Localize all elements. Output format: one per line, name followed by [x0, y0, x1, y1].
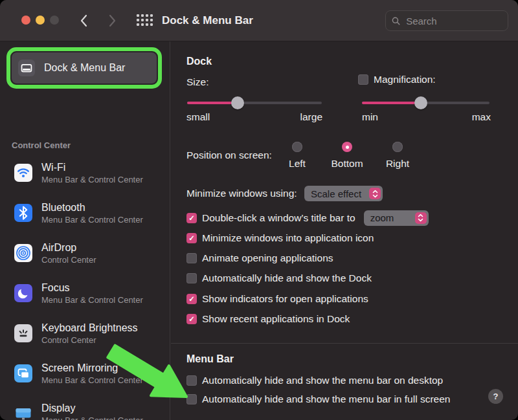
sidebar-item-screen-mirroring[interactable]: Screen MirroringMenu Bar & Control Cente…: [0, 353, 170, 393]
dock-menu-bar-preferences-window: Dock & Menu Bar Dock & Menu Bar Control …: [0, 0, 518, 420]
magnification-checkbox[interactable]: [358, 74, 368, 85]
display-icon: [14, 404, 33, 420]
size-slider[interactable]: [187, 96, 322, 109]
title-bar: Dock & Menu Bar: [0, 0, 518, 41]
sidebar-item-sublabel: Menu Bar & Control Center: [41, 415, 143, 420]
sidebar-item-sublabel: Control Center: [41, 335, 138, 345]
sidebar-item-sublabel: Menu Bar & Control Center: [41, 215, 143, 225]
position-option-bottom[interactable]: Bottom: [324, 142, 370, 170]
size-min-label: small: [186, 111, 210, 123]
sidebar-item-dock-menu-bar-selected[interactable]: Dock & Menu Bar: [12, 52, 157, 83]
show-recent-checkbox[interactable]: [186, 314, 197, 324]
sidebar-item-label: Focus: [41, 282, 143, 294]
help-button[interactable]: ?: [488, 389, 503, 404]
sidebar-item-bluetooth[interactable]: BluetoothMenu Bar & Control Center: [0, 193, 170, 233]
minimize-into-icon-row[interactable]: Minimize windows into application icon: [186, 230, 374, 246]
page-title: Dock & Menu Bar: [162, 14, 253, 27]
position-option-left[interactable]: Left: [275, 142, 320, 170]
sidebar-item-label: Screen Mirroring: [41, 362, 143, 374]
focus-icon: [14, 283, 33, 303]
back-button-icon[interactable]: [79, 14, 89, 28]
keyboard-brightness-icon: [14, 324, 33, 343]
sidebar-item-label: AirDrop: [41, 242, 96, 254]
sidebar-item-label: Display: [41, 403, 143, 414]
dock-icon: [17, 59, 36, 77]
traffic-lights: [21, 16, 59, 25]
sidebar-item-label: Wi-Fi: [41, 162, 143, 173]
sidebar-item-display[interactable]: DisplayMenu Bar & Control Center: [0, 393, 170, 420]
magnification-slider-knob[interactable]: [414, 96, 427, 109]
magnification-slider[interactable]: [362, 96, 490, 109]
search-field[interactable]: [385, 10, 508, 31]
magnification-label: Magnification:: [374, 74, 436, 85]
sidebar-item-sublabel: Menu Bar & Control Center: [41, 295, 143, 305]
animate-opening-row[interactable]: Animate opening applications: [186, 250, 333, 266]
doubleclick-action-popup[interactable]: zoom: [364, 210, 429, 226]
sidebar-item-wifi[interactable]: Wi-FiMenu Bar & Control Center: [0, 153, 170, 193]
search-input[interactable]: [405, 15, 502, 27]
sidebar-item-focus[interactable]: FocusMenu Bar & Control Center: [0, 273, 170, 313]
minimize-into-icon-checkbox[interactable]: [186, 233, 197, 243]
sidebar-item-airdrop[interactable]: AirDropControl Center: [0, 233, 170, 273]
search-icon: [392, 16, 400, 26]
sidebar-item-sublabel: Menu Bar & Control Center: [41, 175, 143, 184]
radio-bottom-selected[interactable]: [342, 142, 352, 152]
autohide-dock-checkbox[interactable]: [186, 273, 197, 283]
show-all-grid-icon[interactable]: [137, 14, 153, 26]
popup-chevrons-icon: [415, 212, 427, 224]
size-label: Size:: [186, 76, 208, 88]
bluetooth-icon: [14, 203, 33, 223]
autohide-menubar-fullscreen-row[interactable]: Automatically hide and show the menu bar…: [186, 391, 450, 407]
forward-button-icon[interactable]: [107, 14, 117, 28]
sidebar-item-sublabel: Control Center: [41, 255, 96, 265]
radio-left[interactable]: [292, 142, 302, 152]
sidebar-item-label: Dock & Menu Bar: [44, 62, 125, 74]
autohide-menubar-desktop-checkbox[interactable]: [186, 375, 197, 386]
position-label: Position on screen:: [186, 149, 272, 161]
show-indicators-row[interactable]: Show indicators for open applications: [186, 291, 368, 307]
position-option-right[interactable]: Right: [375, 142, 420, 170]
show-recent-row[interactable]: Show recent applications in Dock: [186, 311, 350, 327]
menu-bar-section-heading: Menu Bar: [186, 353, 234, 365]
autohide-dock-row[interactable]: Automatically hide and show the Dock: [186, 270, 372, 286]
doubleclick-titlebar-checkbox[interactable]: [186, 213, 197, 223]
size-slider-knob[interactable]: [231, 96, 244, 109]
dock-settings-panel: Dock Size: small large Magnification: mi…: [171, 41, 518, 420]
autohide-menubar-fullscreen-checkbox[interactable]: [186, 394, 197, 404]
animate-opening-checkbox[interactable]: [186, 253, 197, 263]
magnification-min-label: min: [362, 111, 378, 123]
sidebar-item-label: Bluetooth: [41, 202, 143, 214]
airdrop-icon: [14, 243, 33, 263]
radio-right[interactable]: [392, 142, 403, 152]
screen-mirroring-icon: [14, 364, 33, 383]
doubleclick-titlebar-row[interactable]: Double-click a window’s title bar to zoo…: [186, 210, 429, 226]
magnification-checkbox-row[interactable]: Magnification:: [358, 71, 436, 87]
sidebar-item-sublabel: Menu Bar & Control Center: [41, 375, 143, 385]
minimize-button[interactable]: [36, 16, 45, 25]
sidebar-item-label: Keyboard Brightness: [41, 322, 138, 334]
size-max-label: large: [300, 111, 322, 123]
sidebar-item-keyboard-brightness[interactable]: Keyboard BrightnessControl Center: [0, 313, 170, 353]
autohide-menubar-desktop-row[interactable]: Automatically hide and show the menu bar…: [186, 372, 443, 388]
dock-section-heading: Dock: [186, 56, 212, 67]
sidebar-section-header: Control Center: [12, 140, 71, 150]
section-divider: [171, 343, 518, 344]
close-button[interactable]: [21, 16, 30, 25]
sidebar-list: Wi-FiMenu Bar & Control Center Bluetooth…: [0, 153, 170, 420]
wifi-icon: [14, 163, 33, 182]
magnification-max-label: max: [472, 111, 491, 123]
minimize-effect-popup[interactable]: Scale effect: [304, 186, 383, 201]
popup-chevrons-icon: [369, 188, 381, 199]
zoom-button-disabled: [50, 16, 59, 25]
minimize-using-label: Minimize windows using:: [186, 188, 297, 199]
show-indicators-checkbox[interactable]: [186, 294, 197, 304]
sidebar: Dock & Menu Bar Control Center Wi-FiMenu…: [0, 41, 170, 420]
annotation-highlight-box: Dock & Menu Bar: [6, 47, 162, 89]
